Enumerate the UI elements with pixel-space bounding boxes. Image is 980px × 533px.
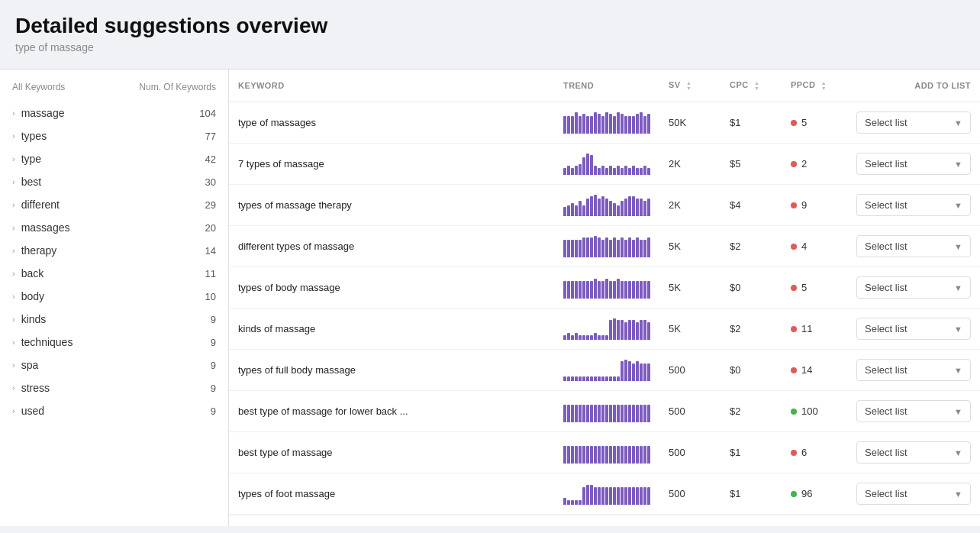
sidebar-item[interactable]: › therapy 14 xyxy=(0,239,228,262)
sidebar-item[interactable]: › spa 9 xyxy=(0,354,228,376)
bar xyxy=(579,446,582,463)
cell-trend xyxy=(554,473,659,515)
bar xyxy=(647,446,650,463)
bar xyxy=(621,446,624,463)
bar xyxy=(613,318,616,340)
bar xyxy=(563,281,566,298)
select-list-button[interactable]: Select list ▼ xyxy=(856,483,971,505)
bar xyxy=(643,166,646,174)
bar xyxy=(586,153,589,175)
bar xyxy=(571,446,574,463)
cpc-sort-icon[interactable]: ▲▼ xyxy=(754,80,759,91)
ppcd-dot xyxy=(791,491,797,497)
sidebar-item-count: 10 xyxy=(205,291,216,302)
bar xyxy=(590,405,593,422)
bar xyxy=(598,376,601,381)
th-trend: TREND xyxy=(554,69,659,102)
ppcd-value: 5 xyxy=(801,282,807,293)
cell-ppcd: 4 xyxy=(782,226,843,267)
select-list-chevron-icon: ▼ xyxy=(954,448,962,457)
bar xyxy=(605,279,608,298)
select-list-button[interactable]: Select list ▼ xyxy=(856,194,971,216)
sidebar-item[interactable]: › type 42 xyxy=(0,147,228,170)
select-list-button[interactable]: Select list ▼ xyxy=(856,318,971,340)
cell-cpc: $1 xyxy=(720,102,782,144)
select-list-button[interactable]: Select list ▼ xyxy=(856,359,971,381)
bar xyxy=(594,112,597,134)
cell-ppcd: 9 xyxy=(782,185,843,226)
sidebar-item[interactable]: › types 77 xyxy=(0,124,228,147)
sidebar-item[interactable]: › back 11 xyxy=(0,262,228,285)
bar xyxy=(582,446,585,463)
table-row: best type of massage 500 $1 6 Select lis… xyxy=(229,432,980,473)
bar xyxy=(613,237,616,257)
bar xyxy=(628,361,631,380)
bar xyxy=(579,201,582,216)
select-list-button[interactable]: Select list ▼ xyxy=(856,441,971,464)
sidebar-item[interactable]: › massages 20 xyxy=(0,216,228,239)
sidebar-item[interactable]: › massage 104 xyxy=(0,102,228,124)
select-list-button[interactable]: Select list ▼ xyxy=(856,400,971,422)
sidebar-item-chevron: › xyxy=(12,269,15,278)
sidebar-item[interactable]: › kinds 9 xyxy=(0,308,228,331)
sidebar-item[interactable]: › different 29 xyxy=(0,193,228,216)
bar xyxy=(632,166,635,174)
cell-cpc: $1 xyxy=(720,473,782,515)
select-list-button[interactable]: Select list ▼ xyxy=(856,153,971,175)
cell-trend xyxy=(554,267,659,308)
sidebar-item[interactable]: › techniques 9 xyxy=(0,331,228,354)
cell-ppcd: 2 xyxy=(782,144,843,185)
bar xyxy=(613,281,616,298)
bar xyxy=(579,376,582,381)
select-list-label: Select list xyxy=(865,488,907,499)
cell-ppcd: 5 xyxy=(782,267,843,308)
bar xyxy=(598,446,601,463)
sidebar-item-count: 42 xyxy=(205,153,216,165)
bar xyxy=(617,166,620,174)
bar xyxy=(567,405,570,422)
bar xyxy=(567,500,570,505)
bar xyxy=(640,320,643,339)
bar xyxy=(609,114,612,133)
bar xyxy=(575,446,578,463)
bar xyxy=(598,487,601,504)
bar xyxy=(636,199,639,215)
sidebar-item-count: 20 xyxy=(205,222,216,234)
select-list-chevron-icon: ▼ xyxy=(954,242,962,251)
ppcd-dot xyxy=(791,202,797,208)
bar xyxy=(647,405,650,422)
sidebar-item[interactable]: › stress 9 xyxy=(0,376,228,399)
sidebar-item[interactable]: › body 10 xyxy=(0,285,228,308)
select-list-chevron-icon: ▼ xyxy=(954,407,962,416)
sidebar-item[interactable]: › used 9 xyxy=(0,399,228,422)
trend-bars xyxy=(563,112,650,134)
bar xyxy=(632,196,635,215)
select-list-button[interactable]: Select list ▼ xyxy=(856,276,971,299)
select-list-button[interactable]: Select list ▼ xyxy=(856,111,971,134)
bar xyxy=(617,376,620,381)
bar xyxy=(601,116,604,133)
bar xyxy=(601,405,604,422)
page-header: Detailed suggestions overview type of ma… xyxy=(0,0,980,61)
sidebar-item-chevron: › xyxy=(12,223,15,232)
sidebar-item[interactable]: › best 30 xyxy=(0,170,228,193)
bar xyxy=(617,320,620,339)
ppcd-sort-icon[interactable]: ▲▼ xyxy=(821,80,827,91)
bar xyxy=(598,199,601,215)
bar xyxy=(621,281,624,298)
bar xyxy=(613,487,616,504)
bar xyxy=(563,207,566,215)
table-row: types of foot massage 500 $1 96 Select l… xyxy=(229,473,980,515)
sv-sort-icon[interactable]: ▲▼ xyxy=(686,80,691,91)
bar xyxy=(640,363,643,380)
bar xyxy=(567,333,570,339)
bar xyxy=(624,446,627,463)
cell-sv: 500 xyxy=(659,391,720,432)
bar xyxy=(563,168,566,174)
select-list-button[interactable]: Select list ▼ xyxy=(856,235,971,257)
bar xyxy=(601,166,604,174)
cell-addtolist: Select list ▼ xyxy=(843,308,980,350)
bar xyxy=(643,363,646,380)
bar xyxy=(617,279,620,298)
ppcd-dot xyxy=(791,120,797,126)
